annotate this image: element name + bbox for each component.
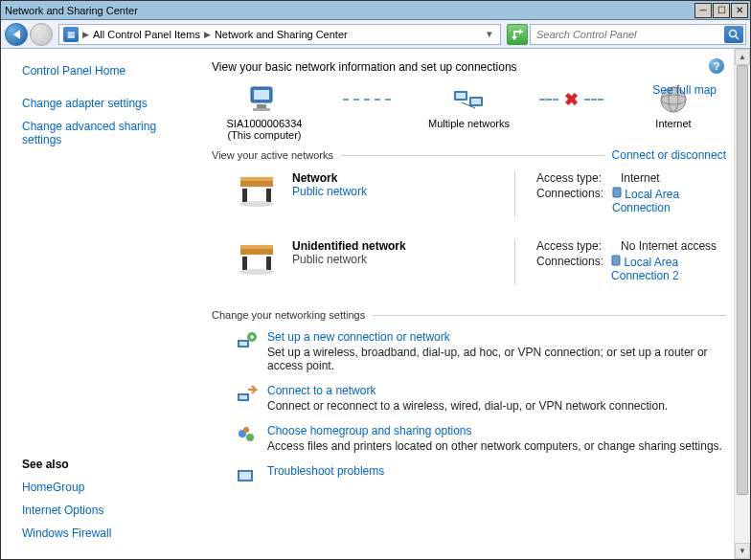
svg-rect-23 xyxy=(266,257,271,270)
search-button[interactable] xyxy=(724,26,743,43)
sidebar-link-firewall[interactable]: Windows Firewall xyxy=(22,526,183,540)
task-link[interactable]: Set up a new connection or network xyxy=(267,330,450,344)
connections-label: Connections: xyxy=(536,255,603,282)
search-input[interactable] xyxy=(533,29,724,40)
divider xyxy=(341,155,604,156)
connect-network-icon xyxy=(235,384,258,407)
help-icon[interactable]: ? xyxy=(709,58,724,74)
task-link[interactable]: Connect to a network xyxy=(267,384,376,397)
connection-link[interactable]: Local Area Connection xyxy=(612,187,726,214)
refresh-button[interactable] xyxy=(507,24,528,45)
refresh-icon xyxy=(511,28,524,41)
access-type-value: Internet xyxy=(621,171,660,185)
sidebar-link-home[interactable]: Control Panel Home xyxy=(22,64,183,78)
svg-rect-22 xyxy=(242,257,247,270)
control-panel-icon: ▦ xyxy=(63,27,79,42)
svg-rect-21 xyxy=(240,245,273,249)
sidebar: Control Panel Home Change adapter settin… xyxy=(1,49,193,559)
vertical-scrollbar[interactable]: ▲ ▼ xyxy=(734,49,750,559)
section-label: View your active networks xyxy=(212,149,333,161)
back-button[interactable] xyxy=(5,23,28,46)
sidebar-link-internet-options[interactable]: Internet Options xyxy=(22,504,183,517)
main-panel: ? View your basic network information an… xyxy=(193,49,734,559)
broken-x-icon: ✖ xyxy=(564,89,579,110)
task-desc: Access files and printers located on oth… xyxy=(267,439,722,453)
forward-button[interactable] xyxy=(30,23,53,46)
breadcrumb[interactable]: ▦ ▶ All Control Panel Items ▶ Network an… xyxy=(58,24,501,45)
arrow-left-icon xyxy=(13,30,20,39)
task-desc: Connect or reconnect to a wireless, wire… xyxy=(267,399,668,413)
nic-icon xyxy=(611,255,621,266)
svg-rect-16 xyxy=(242,189,247,202)
svg-rect-9 xyxy=(471,99,481,104)
breadcrumb-item[interactable]: Network and Sharing Center xyxy=(215,29,348,40)
scroll-up-button[interactable]: ▲ xyxy=(735,49,750,65)
minimize-button[interactable]: ─ xyxy=(694,3,712,18)
close-button[interactable]: ✕ xyxy=(731,3,748,18)
map-node-label: Internet xyxy=(655,118,691,129)
scroll-track[interactable] xyxy=(735,65,750,543)
homegroup-icon xyxy=(235,424,258,447)
chevron-right-icon: ▶ xyxy=(82,30,89,39)
network-type-link[interactable]: Public network xyxy=(292,185,493,198)
see-full-map-link[interactable]: See full map xyxy=(652,83,717,97)
task-item: Choose homegroup and sharing optionsAcce… xyxy=(212,418,726,459)
network-name: Network xyxy=(292,171,493,185)
svg-rect-15 xyxy=(240,177,273,181)
svg-rect-14 xyxy=(240,181,273,187)
svg-rect-25 xyxy=(612,256,620,265)
main-heading: View your basic network information and … xyxy=(212,60,726,74)
svg-point-0 xyxy=(730,30,737,36)
svg-point-32 xyxy=(246,434,254,441)
svg-point-24 xyxy=(239,269,274,275)
map-node-sublabel: (This computer) xyxy=(227,129,301,141)
connect-disconnect-link[interactable]: Connect or disconnect xyxy=(612,148,726,162)
connection-link[interactable]: Local Area Connection 2 xyxy=(611,255,726,282)
divider xyxy=(373,315,726,316)
task-link[interactable]: Troubleshoot problems xyxy=(267,464,384,478)
map-node-networks: Multiple networks xyxy=(417,83,522,129)
search-box xyxy=(530,24,746,45)
nic-icon xyxy=(612,187,622,198)
access-type-label: Access type: xyxy=(536,239,613,253)
task-item: Set up a new connection or networkSet up… xyxy=(212,325,726,378)
sidebar-link-advanced[interactable]: Change advanced sharing settings xyxy=(22,120,183,146)
network-item: Unidentified network Public network Acce… xyxy=(212,234,726,302)
task-item: Troubleshoot problems xyxy=(212,459,726,493)
content-area: Control Panel Home Change adapter settin… xyxy=(1,49,734,559)
svg-line-1 xyxy=(736,36,739,39)
breadcrumb-item[interactable]: All Control Panel Items xyxy=(93,29,200,40)
network-name: Unidentified network xyxy=(292,239,493,253)
svg-rect-20 xyxy=(240,249,273,255)
sidebar-link-homegroup[interactable]: HomeGroup xyxy=(22,481,183,494)
sidebar-link-adapter[interactable]: Change adapter settings xyxy=(22,97,183,110)
svg-point-18 xyxy=(239,201,274,207)
network-type: Public network xyxy=(292,253,493,266)
breadcrumb-dropdown[interactable]: ▾ xyxy=(483,28,496,40)
map-connector xyxy=(327,83,407,116)
svg-rect-3 xyxy=(254,90,269,100)
troubleshoot-icon xyxy=(235,464,258,487)
arrow-right-icon xyxy=(38,30,45,39)
maximize-button[interactable]: ☐ xyxy=(713,3,730,18)
search-icon xyxy=(728,29,740,40)
networks-icon xyxy=(450,83,489,116)
task-desc: Set up a wireless, broadband, dial-up, a… xyxy=(267,346,726,372)
active-networks-section: View your active networks Connect or dis… xyxy=(212,148,726,162)
network-item: Network Public network Access type:Inter… xyxy=(212,166,726,234)
computer-icon xyxy=(245,83,284,116)
task-link[interactable]: Choose homegroup and sharing options xyxy=(267,424,471,437)
connections-label: Connections: xyxy=(536,187,604,214)
setup-connection-icon xyxy=(235,330,258,353)
scroll-down-button[interactable]: ▼ xyxy=(735,543,750,559)
section-label: Change your networking settings xyxy=(212,309,365,321)
map-node-label: SIA1000006334 xyxy=(227,118,303,129)
chevron-right-icon: ▶ xyxy=(204,30,211,39)
scroll-thumb[interactable] xyxy=(737,65,748,495)
map-node-label: Multiple networks xyxy=(428,118,510,129)
access-type-value: No Internet access xyxy=(621,239,717,253)
map-node-computer: SIA1000006334 (This computer) xyxy=(212,83,317,141)
svg-rect-5 xyxy=(253,108,270,111)
title-bar: Network and Sharing Center ─ ☐ ✕ xyxy=(1,1,750,20)
tasks-list: Set up a new connection or networkSet up… xyxy=(212,325,726,493)
